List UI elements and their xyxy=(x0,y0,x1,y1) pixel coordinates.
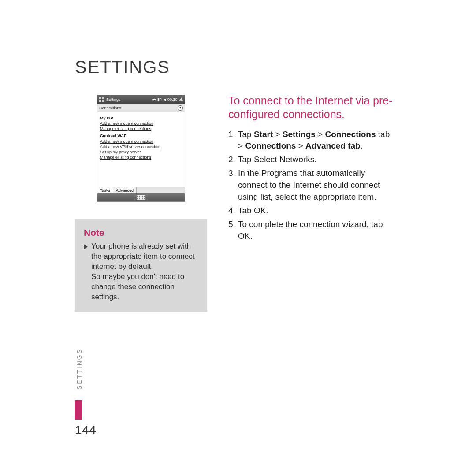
step-bold: Connections xyxy=(245,141,296,150)
tab-bar: Tasks Advanced xyxy=(97,187,185,193)
screen-header: Connections ? xyxy=(97,104,185,112)
steps-list: 1. Tap Start > Settings > Connections ta… xyxy=(228,129,396,243)
step-bold: Start xyxy=(254,130,273,139)
link-manage-wap[interactable]: Manage existing connections xyxy=(100,155,182,160)
soft-key-bar xyxy=(97,193,185,201)
step-5: 5.To complete the connection wizard, tab… xyxy=(228,219,396,242)
window-titlebar: Settings ⇄ ▮▯ ◀ 00:30 ok xyxy=(97,95,185,104)
volume-icon: ◀ xyxy=(163,97,166,102)
step-bold: Settings xyxy=(283,130,316,139)
link-add-vpn[interactable]: Add a new VPN server connection xyxy=(100,144,182,149)
step-text: In the Programs that automatically conne… xyxy=(238,167,396,203)
device-screenshot: Settings ⇄ ▮▯ ◀ 00:30 ok Connections ? M… xyxy=(97,95,185,202)
page-title: SETTINGS xyxy=(75,57,410,77)
group-my-isp: My ISP xyxy=(100,115,182,121)
group-contract-wap: Contract WAP xyxy=(100,133,182,138)
start-icon[interactable] xyxy=(99,97,104,102)
note-title: Note xyxy=(84,227,198,238)
ok-button[interactable]: ok xyxy=(178,97,183,102)
signal-icon: ▮▯ xyxy=(157,97,162,102)
step-1: 1. Tap Start > Settings > Connections ta… xyxy=(228,129,396,152)
step-text: Tap Select Networks. xyxy=(238,154,316,166)
screen-body: My ISP Add a new modem connection Manage… xyxy=(97,112,185,187)
keyboard-icon[interactable] xyxy=(137,195,145,200)
note-box: Note Your phone is already set with the … xyxy=(75,219,207,312)
step-text: To complete the connection wizard, tab O… xyxy=(238,219,396,242)
link-manage-isp[interactable]: Manage existing connections xyxy=(100,126,182,131)
page-number: 144 xyxy=(75,423,96,437)
titlebar-label: Settings xyxy=(106,97,121,102)
side-section-label: SETTINGS xyxy=(76,348,83,390)
bullet-triangle-icon xyxy=(84,244,88,249)
screen-title: Connections xyxy=(99,106,121,110)
step-2: 2.Tap Select Networks. xyxy=(228,154,396,166)
step-bold: Advanced tab xyxy=(305,141,361,150)
link-add-modem-wap[interactable]: Add a new modem connection xyxy=(100,139,182,144)
clock: 00:30 xyxy=(167,97,178,102)
step-bold: Connections xyxy=(325,130,376,139)
note-body-text: Your phone is already set with the appro… xyxy=(91,242,198,302)
help-icon[interactable]: ? xyxy=(178,105,183,111)
step-text: > xyxy=(316,130,325,139)
step-text: Tap xyxy=(238,130,254,139)
step-4: 4.Tab OK. xyxy=(228,205,396,217)
tab-advanced[interactable]: Advanced xyxy=(113,187,137,193)
section-heading: To connect to the Internet via pre-confi… xyxy=(228,94,396,122)
step-text: > xyxy=(296,141,305,150)
tab-tasks[interactable]: Tasks xyxy=(97,187,113,193)
link-proxy[interactable]: Set up my proxy server xyxy=(100,149,182,155)
connection-icon: ⇄ xyxy=(152,97,156,102)
side-accent-bar xyxy=(75,400,82,420)
step-text: > xyxy=(273,130,283,139)
link-add-modem-isp[interactable]: Add a new modem connection xyxy=(100,121,182,126)
step-text: Tab OK. xyxy=(238,205,268,217)
step-text: . xyxy=(361,141,363,150)
step-3: 3.In the Programs that automatically con… xyxy=(228,167,396,203)
